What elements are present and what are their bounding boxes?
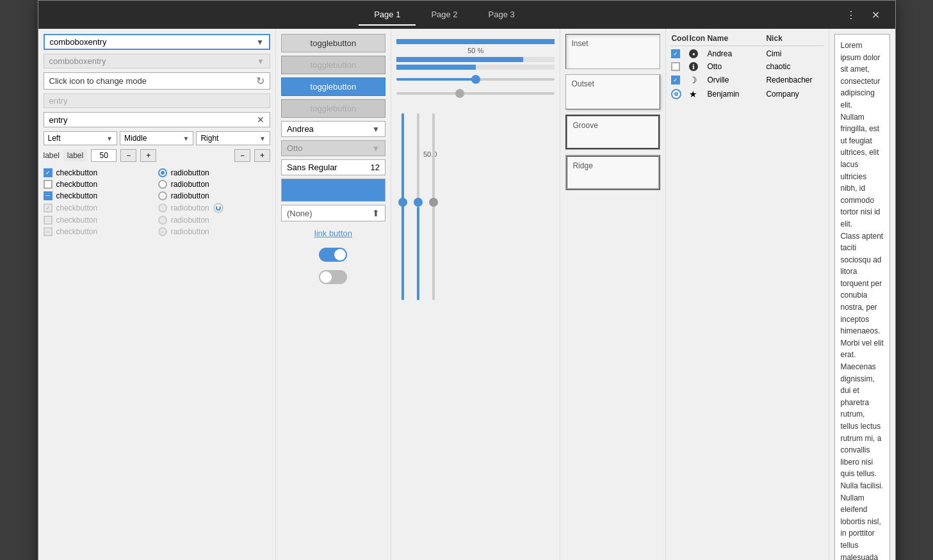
ridge-label: Ridge (572, 161, 592, 170)
radio-dash-1[interactable]: ─ (158, 191, 167, 200)
v-slider-1-wrap (402, 113, 404, 300)
icon-change-text: Click icon to change mode (49, 76, 256, 86)
combo-andrea-arrow[interactable]: ▼ (372, 125, 380, 134)
radiobutton-label-5: radiobutton (171, 216, 209, 225)
h-slider-2-track (396, 92, 555, 95)
entry-input[interactable] (49, 115, 257, 125)
tree-cb-3[interactable]: ✓ (671, 76, 680, 84)
text-area[interactable]: Lorem ipsum dolor sit amet, consectetur … (834, 34, 889, 560)
tree-nick-1: Cimi (766, 49, 823, 58)
v-slider-2-track[interactable] (417, 113, 419, 300)
text-paragraph-3: Class aptent taciti sociosqu ad litora t… (840, 230, 884, 337)
upload-icon[interactable]: ⬆ (372, 208, 380, 218)
togglebutton-1[interactable]: togglebutton (281, 34, 385, 52)
combo-andrea[interactable]: Andrea ▼ (281, 121, 385, 137)
combobox1[interactable]: comboboxentry ▼ (44, 34, 270, 50)
radiobutton-label-4: radiobutton (171, 204, 209, 212)
dropdown-right[interactable]: Right ▼ (196, 131, 270, 145)
none-combo-text: (None) (287, 209, 369, 218)
togglebutton-4: togglebutton (281, 99, 385, 118)
inset-box: Inset (565, 34, 660, 69)
tree-icon-4: ★ (689, 89, 707, 99)
tree-cb-1[interactable]: ✓ (671, 49, 680, 58)
titlebar-actions: ⋮ ✕ (841, 6, 885, 24)
text-paragraph-4: Morbi vel elit erat. Maecenas dignissim,… (840, 337, 884, 480)
text-paragraph-1: Lorem ipsum dolor sit amet, consectetur … (840, 40, 884, 111)
tree-radio-4[interactable] (671, 89, 681, 99)
dropdown-middle[interactable]: Middle ▼ (120, 131, 193, 145)
dropdown-left[interactable]: Left ▼ (44, 131, 117, 145)
radio-disabled-empty (158, 216, 167, 225)
checkbox-indeterminate-1[interactable]: ─ (44, 191, 53, 200)
h-slider-1[interactable] (396, 75, 555, 84)
tree-col-cool: Cool (671, 34, 689, 43)
middle-panel: togglebutton togglebutton togglebutton t… (276, 29, 391, 560)
icon-change-row[interactable]: Click icon to change mode ↻ (44, 72, 270, 90)
h-slider-1-thumb[interactable] (471, 75, 480, 84)
checkbox-checked-1[interactable]: ✓ (44, 168, 53, 177)
radio-empty-1[interactable] (158, 180, 167, 189)
spinner-icon (213, 203, 223, 213)
tree-col-icon: Icon (689, 34, 707, 43)
menu-button[interactable]: ⋮ (841, 6, 861, 24)
progress-fill-2 (396, 57, 523, 62)
radio-item-3[interactable]: ─ radiobutton (158, 191, 270, 200)
font-selector[interactable]: Sans Regular 12 (281, 159, 385, 175)
left-panel: comboboxentry ▼ comboboxentry ▼ Click ic… (38, 29, 276, 560)
text-paragraph-5: Nulla facilisi. Nullam eleifend lobortis… (840, 480, 884, 560)
radio-item-4: radiobutton (158, 203, 270, 213)
titlebar-tab-3[interactable]: Page 3 (473, 4, 530, 26)
checkbox-disabled-minus: ─ (44, 227, 53, 236)
combo-andrea-text: Andrea (287, 124, 372, 134)
num-minus2[interactable]: − (234, 149, 250, 162)
togglebutton-2: togglebutton (281, 56, 385, 74)
h-slider-2[interactable] (396, 89, 555, 98)
switch-track-off[interactable] (319, 270, 347, 284)
checkbox-unchecked-1[interactable] (44, 180, 53, 189)
togglebutton-3[interactable]: togglebutton (281, 77, 385, 96)
color-swatch[interactable] (281, 179, 385, 202)
clear-button[interactable]: ✕ (257, 115, 264, 125)
v-slider-3-track[interactable] (432, 113, 435, 300)
tree-name-2: Otto (707, 62, 766, 71)
h-slider-1-fill (396, 78, 476, 81)
link-button[interactable]: link button (281, 225, 385, 242)
titlebar-tab-1[interactable]: Page 1 (359, 4, 416, 26)
v-slider-2-thumb[interactable] (414, 198, 423, 207)
check-item-1[interactable]: ✓ checkbutton (44, 168, 156, 177)
v-slider-2-wrap: 50.0 (417, 113, 419, 300)
toggle-switch-off[interactable] (281, 268, 385, 287)
link-button-text[interactable]: link button (314, 228, 352, 238)
num-plus2[interactable]: + (254, 149, 270, 162)
titlebar-tab-2[interactable]: Page 2 (416, 4, 473, 26)
radio-item-2[interactable]: radiobutton (158, 180, 270, 189)
tree-cb-2[interactable] (671, 62, 680, 71)
groove-box: Groove (565, 115, 660, 150)
num-minus[interactable]: − (120, 149, 136, 162)
combobox1-arrow[interactable]: ▼ (256, 38, 264, 47)
checkbox-disabled-unchecked (44, 216, 53, 225)
tree-nick-3: Redenbacher (766, 76, 823, 84)
check-item-5: checkbutton (44, 216, 156, 225)
entry-with-clear[interactable]: ✕ (44, 112, 270, 127)
check-item-3[interactable]: ─ checkbutton (44, 191, 156, 200)
tree-icon-1: ● (689, 49, 698, 58)
toggle-switch-on[interactable] (281, 245, 385, 264)
h-slider-2-thumb[interactable] (455, 89, 464, 98)
v-slider-3-thumb[interactable] (429, 198, 438, 207)
radio-filled-1[interactable] (158, 168, 167, 177)
switch-track-on[interactable] (319, 248, 347, 262)
v-slider-1-track[interactable] (402, 113, 404, 300)
close-button[interactable]: ✕ (866, 6, 885, 24)
checkbutton-label-6: checkbutton (56, 227, 98, 236)
none-combo[interactable]: (None) ⬆ (281, 205, 385, 221)
radio-disabled-filled (158, 204, 167, 212)
tree-name-3: Orville (707, 76, 766, 84)
combobox1-input[interactable]: comboboxentry (50, 37, 257, 47)
refresh-icon[interactable]: ↻ (256, 75, 264, 87)
num-plus[interactable]: + (140, 149, 156, 162)
radio-item-1[interactable]: radiobutton (158, 168, 270, 177)
font-size-text: 12 (370, 163, 379, 172)
v-slider-1-thumb[interactable] (398, 198, 407, 207)
check-item-2[interactable]: checkbutton (44, 180, 156, 189)
